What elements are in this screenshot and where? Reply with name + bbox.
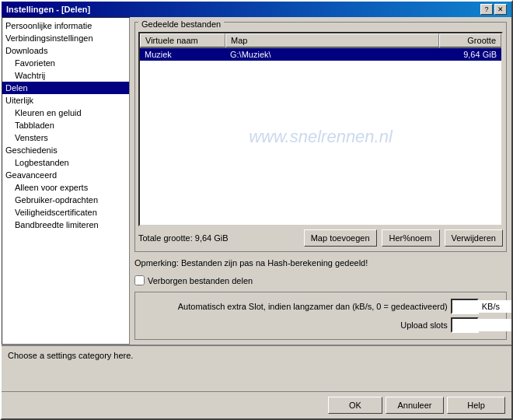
auto-slot-spinbox: 0 ▲ ▼ (451, 299, 479, 314)
upload-slots-spinbox: 10 ▲ ▼ (451, 317, 479, 333)
main-window: Instellingen - [Delen] ? ✕ Persoonlijke … (0, 0, 513, 420)
title-bar-controls: ? ✕ (480, 4, 507, 15)
sidebar-item-alleen-voor-experts[interactable]: Alleen voor experts (2, 181, 129, 194)
cell-virtuele-naam: Muziek (140, 49, 225, 60)
col-header-map[interactable]: Map (225, 33, 439, 47)
sidebar-item-veiligheidscertificaten[interactable]: Veiligheidscertificaten (2, 206, 129, 219)
hidden-files-checkbox[interactable] (134, 275, 145, 285)
auto-slot-label: Automatisch extra Slot, indien langzamer… (141, 302, 448, 311)
upload-slots-row: Upload slots 10 ▲ ▼ KB/s (141, 316, 500, 334)
ok-button[interactable]: OK (328, 397, 382, 414)
table-buttons-row: Totale grootte: 9,64 GiB Map toevoegen H… (138, 226, 503, 248)
sidebar: Persoonlijke informatieVerbindingsinstel… (2, 17, 130, 345)
watermark: www.snelrennen.nl (249, 127, 393, 147)
main-panel: Gedeelde bestanden Virtuele naam Map Gro… (130, 17, 511, 345)
upload-slots-input[interactable]: 10 (452, 319, 511, 331)
note-text: Opmerking: Bestanden zijn pas na Hash-be… (134, 257, 507, 269)
add-folder-button[interactable]: Map toevoegen (304, 229, 377, 247)
close-button[interactable]: ✕ (494, 4, 507, 15)
auto-slot-unit: KB/s (482, 302, 500, 311)
sidebar-item-tabbladen[interactable]: Tabbladen (2, 119, 129, 131)
col-header-grootte[interactable]: Grootte (439, 33, 501, 47)
total-size-label: Totale grootte: 9,64 GiB (138, 233, 299, 243)
table-row[interactable]: Muziek G:\Muziek\ 9,64 GiB (140, 48, 501, 61)
table-body: Muziek G:\Muziek\ 9,64 GiB www.snelrenne… (140, 48, 501, 225)
help-button[interactable]: ? (480, 4, 493, 15)
sidebar-item-wachtrij[interactable]: Wachtrij (2, 69, 129, 82)
window-title: Instellingen - [Delen] (6, 5, 90, 14)
upload-slots-label: Upload slots (141, 320, 448, 330)
bottom-buttons: OK Annuleer Help (2, 391, 511, 418)
sidebar-item-gebruiker-opdrachten[interactable]: Gebruiker-opdrachten (2, 194, 129, 206)
status-bar: Choose a settings category here. (2, 345, 511, 391)
table-header: Virtuele naam Map Grootte (140, 33, 501, 48)
cell-grootte: 9,64 GiB (439, 49, 501, 60)
help-bottom-button[interactable]: Help (447, 397, 505, 414)
settings-section: Automatisch extra Slot, indien langzamer… (134, 292, 507, 340)
sidebar-item-geschiedenis[interactable]: Geschiedenis (2, 144, 129, 156)
sidebar-item-kleuren-en-geluid[interactable]: Kleuren en geluid (2, 107, 129, 119)
window-content: Persoonlijke informatieVerbindingsinstel… (2, 17, 511, 345)
group-box-title: Gedeelde bestanden (138, 19, 224, 29)
checkbox-row: Verborgen bestanden delen (134, 274, 507, 287)
status-text: Choose a settings category here. (8, 351, 133, 360)
sidebar-item-favorieten[interactable]: Favorieten (2, 57, 129, 69)
sidebar-item-persoonlijke-informatie[interactable]: Persoonlijke informatie (2, 19, 129, 32)
cell-map: G:\Muziek\ (225, 49, 439, 60)
hidden-files-label: Verborgen bestanden delen (148, 276, 253, 285)
sidebar-item-geavanceerd[interactable]: Geavanceerd (2, 169, 129, 181)
sidebar-item-vensters[interactable]: Vensters (2, 131, 129, 144)
rename-button[interactable]: Her%noem (382, 229, 440, 247)
file-table: Virtuele naam Map Grootte Muziek G:\Muzi… (138, 32, 503, 226)
sidebar-item-delen[interactable]: Delen (2, 82, 129, 94)
auto-slot-row: Automatisch extra Slot, indien langzamer… (141, 297, 500, 316)
title-bar: Instellingen - [Delen] ? ✕ (2, 2, 511, 17)
remove-button[interactable]: Verwijderen (445, 229, 503, 247)
sidebar-item-logbestanden[interactable]: Logbestanden (2, 156, 129, 169)
col-header-virtuele-naam[interactable]: Virtuele naam (140, 33, 225, 47)
cancel-button[interactable]: Annuleer (386, 397, 444, 414)
shared-files-group: Gedeelde bestanden Virtuele naam Map Gro… (134, 22, 507, 252)
sidebar-item-downloads[interactable]: Downloads (2, 44, 129, 57)
sidebar-item-verbindingsinstellingen[interactable]: Verbindingsinstellingen (2, 32, 129, 44)
sidebar-item-uiterlijk[interactable]: Uiterlijk (2, 94, 129, 107)
sidebar-item-bandbreedte-limiteren[interactable]: Bandbreedte limiteren (2, 219, 129, 231)
